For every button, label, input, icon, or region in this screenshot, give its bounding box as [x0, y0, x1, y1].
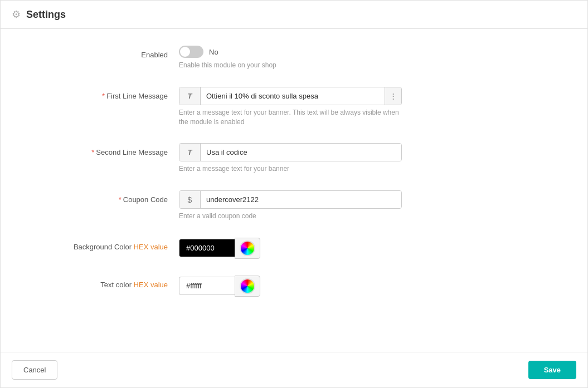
- second-line-icon: T: [179, 144, 201, 161]
- enabled-hint: Enable this module on your shop: [179, 61, 402, 70]
- first-line-extra: ⋮: [385, 87, 401, 105]
- second-line-input-group: T: [179, 143, 402, 161]
- bg-color-hex-input[interactable]: [179, 239, 235, 257]
- enabled-control-col: No Enable this module on your shop: [179, 46, 402, 70]
- enabled-row: Enabled No Enable this module on your sh…: [23, 46, 565, 70]
- coupon-required: *: [119, 195, 122, 204]
- main-content: Enabled No Enable this module on your sh…: [1, 29, 587, 352]
- settings-icon: ⚙: [12, 8, 21, 21]
- coupon-label: *Coupon Code: [119, 195, 168, 204]
- toggle-slider: [179, 46, 203, 58]
- first-line-label: *First Line Message: [102, 92, 168, 100]
- text-color-row: Text color HEX value: [23, 276, 565, 297]
- bg-color-row: Background Color HEX value: [23, 238, 565, 259]
- page-footer: Cancel Save: [1, 352, 587, 387]
- bg-color-wheel-icon: [240, 240, 255, 256]
- second-line-label-col: *Second Line Message: [23, 143, 179, 156]
- first-line-input[interactable]: [201, 87, 385, 105]
- second-line-input[interactable]: [201, 144, 401, 161]
- first-line-icon: T: [179, 87, 201, 105]
- bg-color-label: Background Color HEX value: [74, 243, 168, 251]
- enabled-label: Enabled: [141, 51, 168, 59]
- bg-color-control-col: [179, 238, 402, 259]
- text-color-picker-button[interactable]: [235, 276, 260, 297]
- second-line-hint: Enter a message text for your banner: [179, 164, 402, 174]
- first-line-label-col: *First Line Message: [23, 87, 179, 100]
- coupon-input-group: $: [179, 190, 402, 209]
- page-header: ⚙ Settings: [1, 1, 587, 29]
- enabled-label-col: Enabled: [23, 46, 179, 59]
- coupon-control-col: $ Enter a valid coupon code: [179, 190, 402, 221]
- bg-color-picker-row: [179, 238, 402, 259]
- coupon-label-col: *Coupon Code: [23, 190, 179, 204]
- bg-color-picker-button[interactable]: [235, 238, 260, 259]
- coupon-icon: $: [179, 191, 201, 208]
- text-color-label-col: Text color HEX value: [23, 276, 179, 289]
- coupon-input[interactable]: [201, 191, 401, 208]
- second-line-required: *: [91, 148, 94, 156]
- first-line-control-col: T ⋮ Enter a message text for your banner…: [179, 87, 402, 127]
- enabled-toggle[interactable]: [179, 46, 203, 58]
- first-line-hint: Enter a message text for your banner. Th…: [179, 108, 402, 127]
- page-title: Settings: [26, 9, 66, 21]
- bg-color-hex-hint: HEX value: [134, 243, 168, 251]
- second-line-label: *Second Line Message: [91, 148, 168, 156]
- bg-color-label-col: Background Color HEX value: [23, 238, 179, 251]
- text-color-hex-input[interactable]: [179, 277, 235, 295]
- save-button[interactable]: Save: [528, 361, 576, 379]
- cancel-button[interactable]: Cancel: [12, 360, 57, 380]
- text-color-wheel-icon: [240, 278, 255, 294]
- coupon-hint: Enter a valid coupon code: [179, 212, 402, 221]
- text-color-picker-row: [179, 276, 402, 297]
- text-color-control-col: [179, 276, 402, 297]
- coupon-row: *Coupon Code $ Enter a valid coupon code: [23, 190, 565, 221]
- settings-page: ⚙ Settings Enabled No Enable this module…: [0, 0, 588, 388]
- second-line-row: *Second Line Message T Enter a message t…: [23, 143, 565, 174]
- first-line-row: *First Line Message T ⋮ Enter a message …: [23, 87, 565, 127]
- text-color-hex-hint: HEX value: [134, 281, 168, 289]
- first-line-required: *: [102, 92, 105, 100]
- first-line-input-group: T ⋮: [179, 87, 402, 105]
- enabled-toggle-row: No: [179, 46, 402, 58]
- enabled-status: No: [209, 48, 218, 56]
- text-color-label: Text color HEX value: [100, 281, 168, 289]
- second-line-control-col: T Enter a message text for your banner: [179, 143, 402, 174]
